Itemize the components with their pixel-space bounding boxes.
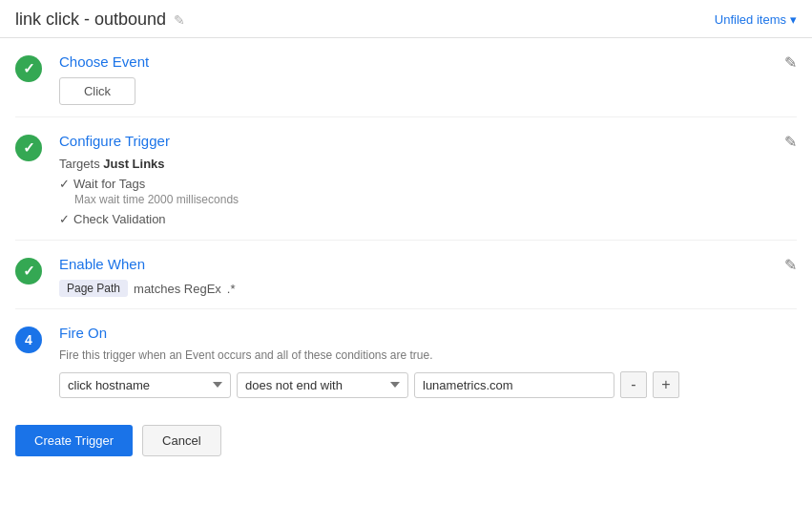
unfiled-items-button[interactable]: Unfiled items ▾ [715,12,797,27]
domain-input[interactable] [414,372,614,398]
bottom-actions: Create Trigger Cancel [15,410,797,464]
check-validation-checkmark: ✓ [59,212,70,226]
targets-value: Just Links [103,157,164,171]
fire-on-title: Fire On [59,325,797,341]
configure-trigger-section: ✓ Configure Trigger Targets Just Links ✓… [15,117,797,241]
configure-trigger-edit-icon[interactable]: ✎ [784,133,797,151]
title-edit-icon[interactable]: ✎ [174,12,185,28]
check-circle-3: ✓ [15,258,42,285]
check-circle-2: ✓ [15,135,42,161]
remove-condition-button[interactable]: - [620,371,647,398]
check-validation-label: Check Validation [73,212,166,226]
choose-event-body: Choose Event Click [59,53,797,105]
choose-event-title: Choose Event [59,53,797,70]
enable-when-value: .* [227,282,236,296]
enable-when-title: Enable When [59,256,797,272]
enable-when-body: Enable When Page Path matches RegEx .* [59,256,797,297]
choose-event-section: ✓ Choose Event Click ✎ [15,38,797,117]
wait-tags-subtext: Max wait time 2000 milliseconds [74,193,797,206]
choose-event-icon: ✓ [15,55,46,86]
fire-on-section: 4 Fire On Fire this trigger when an Even… [15,309,797,410]
cancel-button[interactable]: Cancel [142,425,220,456]
step-number-4: 4 [15,327,42,353]
enable-when-row: Page Path matches RegEx .* [59,280,797,297]
fire-on-condition-row: click hostname does not end with - + [59,371,797,398]
create-trigger-button[interactable]: Create Trigger [15,425,133,456]
enable-when-section: ✓ Enable When Page Path matches RegEx .*… [15,241,797,309]
click-hostname-select[interactable]: click hostname [59,372,231,398]
configure-trigger-icon: ✓ [15,135,46,165]
enable-when-condition: matches RegEx [134,282,221,296]
wait-tags-checkmark: ✓ [59,177,70,191]
page-path-badge: Page Path [59,280,128,297]
choose-event-edit-icon[interactable]: ✎ [784,53,797,72]
fire-on-description: Fire this trigger when an Event occurs a… [59,348,797,362]
page-title: link click - outbound [15,10,166,30]
check-circle-1: ✓ [15,55,42,82]
main-content: ✓ Choose Event Click ✎ ✓ Configure Trigg… [0,38,812,479]
wait-for-tags-item: ✓ Wait for Tags [59,177,797,191]
enable-when-edit-icon[interactable]: ✎ [784,256,797,274]
targets-prefix: Targets [59,157,103,171]
configure-trigger-body: Configure Trigger Targets Just Links ✓ W… [59,133,797,228]
trigger-targets: Targets Just Links [59,157,797,171]
fire-on-body: Fire On Fire this trigger when an Event … [59,325,797,398]
wait-tags-label: Wait for Tags [73,177,145,191]
chevron-down-icon: ▾ [790,12,797,27]
add-condition-button[interactable]: + [653,371,679,398]
top-bar: link click - outbound ✎ Unfiled items ▾ [0,0,812,38]
unfiled-label: Unfiled items [715,12,786,27]
fire-on-icon: 4 [15,327,46,357]
does-not-end-with-select[interactable]: does not end with [237,372,408,398]
page-title-area: link click - outbound ✎ [15,10,185,30]
check-validation-item: ✓ Check Validation [59,212,797,226]
enable-when-icon: ✓ [15,258,46,288]
event-type-box: Click [59,77,135,105]
configure-trigger-title: Configure Trigger [59,133,797,149]
